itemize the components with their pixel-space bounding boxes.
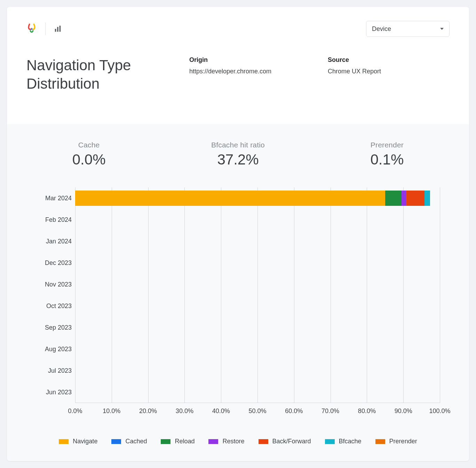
- legend-swatch: [111, 439, 121, 444]
- y-tick-label: Oct 2023: [46, 302, 72, 310]
- report-header: Device Navigation Type Distribution Orig…: [7, 7, 469, 124]
- legend-item-restore[interactable]: Restore: [208, 438, 244, 445]
- bar-row: [75, 363, 440, 378]
- stat-cache-label: Cache: [72, 141, 106, 149]
- legend-swatch: [259, 439, 268, 444]
- x-tick-label: 90.0%: [395, 408, 412, 415]
- y-tick-label: Nov 2023: [45, 281, 72, 288]
- device-select-label: Device: [372, 25, 391, 33]
- report-panel: Device Navigation Type Distribution Orig…: [7, 7, 469, 461]
- bar-row: [75, 385, 440, 400]
- legend-label: Prerender: [389, 438, 417, 445]
- legend-label: Back/Forward: [272, 438, 311, 445]
- stat-bfcache-label: Bfcache hit ratio: [211, 141, 265, 149]
- legend-item-prerender[interactable]: Prerender: [375, 438, 417, 445]
- y-tick-label: Dec 2023: [45, 259, 72, 267]
- source-value: Chrome UX Report: [328, 68, 450, 75]
- bar-segment-bfcache: [425, 191, 430, 206]
- y-tick-label: Jun 2023: [46, 389, 72, 396]
- svg-point-0: [31, 28, 33, 30]
- stat-prerender-value: 0.1%: [371, 151, 404, 168]
- x-tick-label: 60.0%: [285, 408, 303, 415]
- report-body: Cache 0.0% Bfcache hit ratio 37.2% Prere…: [7, 124, 469, 461]
- stat-prerender: Prerender 0.1%: [371, 141, 404, 168]
- legend-label: Navigate: [73, 438, 97, 445]
- x-tick-label: 50.0%: [248, 408, 266, 415]
- stat-cache-value: 0.0%: [72, 151, 106, 168]
- bar-row: [75, 341, 440, 357]
- legend-item-bfcache[interactable]: Bfcache: [325, 438, 362, 445]
- bar-chart-icon: [54, 25, 62, 33]
- bar-row: [75, 191, 440, 206]
- bar-row: [75, 298, 440, 314]
- source-label: Source: [328, 56, 450, 64]
- bar-row: [75, 255, 440, 271]
- y-tick-label: Mar 2024: [45, 195, 72, 202]
- bar-segment-back-forward: [406, 191, 425, 206]
- source-block: Source Chrome UX Report: [328, 56, 450, 75]
- legend-label: Restore: [222, 438, 244, 445]
- gridline: [440, 187, 440, 403]
- legend-swatch: [208, 439, 218, 444]
- legend-label: Cached: [125, 438, 147, 445]
- origin-block: Origin https://developer.chrome.com: [189, 56, 311, 75]
- legend-item-navigate[interactable]: Navigate: [59, 438, 97, 445]
- chart-legend: NavigateCachedReloadRestoreBack/ForwardB…: [19, 434, 457, 452]
- x-tick-label: 40.0%: [212, 408, 230, 415]
- origin-value: https://developer.chrome.com: [189, 68, 311, 75]
- bar-row: [75, 277, 440, 292]
- bar-row: [75, 212, 440, 227]
- svg-rect-2: [57, 27, 58, 32]
- chevron-down-icon: [440, 28, 444, 30]
- legend-item-back-forward[interactable]: Back/Forward: [259, 438, 311, 445]
- bar-segment-navigate: [75, 191, 385, 206]
- origin-label: Origin: [189, 56, 311, 64]
- y-tick-label: Jul 2023: [48, 367, 72, 374]
- logo-group: [26, 23, 62, 35]
- legend-swatch: [59, 439, 69, 444]
- bar-row: [75, 234, 440, 249]
- page-title: Navigation Type Distribution: [26, 56, 173, 93]
- distribution-chart: 0.0%10.0%20.0%30.0%40.0%50.0%60.0%70.0%8…: [19, 187, 457, 434]
- legend-item-cached[interactable]: Cached: [111, 438, 147, 445]
- x-tick-label: 70.0%: [322, 408, 339, 415]
- legend-swatch: [161, 439, 170, 444]
- legend-label: Bfcache: [339, 438, 362, 445]
- stat-cache: Cache 0.0%: [72, 141, 106, 168]
- legend-item-reload[interactable]: Reload: [161, 438, 195, 445]
- bar-segment-restore: [402, 191, 406, 206]
- bar-segment-prerender: [430, 191, 430, 206]
- bar-segment-reload: [385, 191, 402, 206]
- stats-row: Cache 0.0% Bfcache hit ratio 37.2% Prere…: [19, 141, 457, 168]
- y-tick-label: Feb 2024: [45, 216, 72, 224]
- legend-swatch: [325, 439, 335, 444]
- legend-label: Reload: [175, 438, 195, 445]
- x-tick-label: 30.0%: [176, 408, 193, 415]
- x-tick-label: 20.0%: [139, 408, 157, 415]
- topbar: Device: [26, 21, 450, 37]
- vertical-divider: [45, 23, 46, 35]
- stat-prerender-label: Prerender: [371, 141, 404, 149]
- crux-logo-icon: [26, 23, 37, 35]
- x-tick-label: 100.0%: [429, 408, 450, 415]
- y-tick-label: Jan 2024: [46, 238, 72, 245]
- stat-bfcache: Bfcache hit ratio 37.2%: [211, 141, 265, 168]
- svg-rect-1: [55, 29, 56, 32]
- x-tick-label: 0.0%: [68, 408, 82, 415]
- svg-rect-3: [60, 26, 61, 32]
- info-row: Navigation Type Distribution Origin http…: [26, 56, 450, 93]
- x-tick-label: 10.0%: [103, 408, 120, 415]
- legend-swatch: [375, 439, 385, 444]
- device-select[interactable]: Device: [366, 21, 450, 37]
- y-tick-label: Sep 2023: [45, 324, 72, 331]
- stat-bfcache-value: 37.2%: [211, 151, 265, 168]
- bar-row: [75, 320, 440, 335]
- x-tick-label: 80.0%: [358, 408, 376, 415]
- y-tick-label: Aug 2023: [45, 346, 72, 353]
